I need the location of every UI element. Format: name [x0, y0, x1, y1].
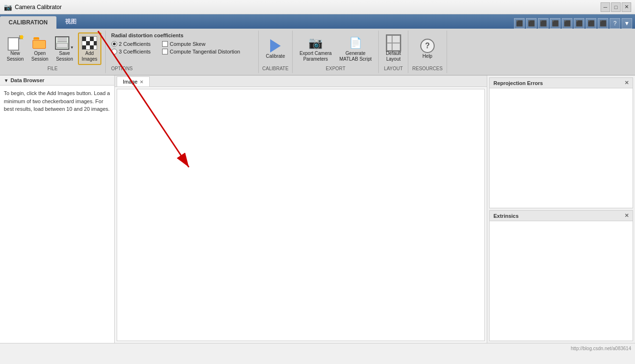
ribbon-calibrate-group: Calibrate CALIBRATE: [259, 31, 293, 73]
ribbon-resources-group: ? Help RESOURCES: [408, 31, 447, 73]
open-session-button[interactable]: OpenSession: [29, 33, 52, 64]
export-camera-button[interactable]: 📷 Export CameraParameters: [296, 33, 334, 64]
status-bar: http://blog.csdn.net/a083614: [0, 343, 635, 353]
app-icon: 📷: [4, 3, 12, 11]
close-button[interactable]: ✕: [622, 2, 631, 12]
toolbar-icon-2[interactable]: ⬛: [526, 18, 536, 29]
toolbar-icon-1[interactable]: ⬛: [514, 18, 525, 29]
toolbar-icon-7[interactable]: ⬛: [586, 18, 596, 29]
image-tab-close[interactable]: ✕: [140, 79, 143, 85]
toolbar-icon-6[interactable]: ⬛: [574, 18, 584, 29]
tab-calibration[interactable]: CALIBRATION: [0, 16, 56, 29]
reprojection-errors-close[interactable]: ✕: [624, 80, 629, 86]
toolbar-icon-8[interactable]: ⬛: [598, 18, 608, 29]
radio-3coeff[interactable]: 3 Coefficients: [111, 49, 151, 54]
minimize-button[interactable]: ─: [601, 2, 610, 12]
extrinsics-content: [490, 221, 633, 229]
main-area: ▼ Data Browser To begin, click the Add I…: [0, 75, 635, 343]
ribbon-options-group: Radial distortion coefficients 2 Coeffic…: [106, 31, 259, 73]
tab-view[interactable]: 视图: [56, 15, 85, 29]
data-browser-title: Data Browser: [11, 77, 44, 83]
reprojection-errors-content: [490, 88, 633, 96]
save-session-button[interactable]: ▼ SaveSession: [53, 33, 76, 64]
checkbox-skew[interactable]: Compute Skew: [162, 41, 240, 47]
image-tab-label: Image: [123, 79, 138, 85]
distortion-checkboxes: Compute Skew Compute Tangential Distorti…: [162, 41, 240, 54]
checkbox-tangential-label: Compute Tangential Distortion: [170, 49, 240, 54]
add-images-button[interactable]: AddImages: [78, 32, 101, 65]
extrinsics-title: Extrinsics: [493, 213, 519, 219]
data-browser-header: ▼ Data Browser: [0, 75, 114, 86]
checkbox-tangential-box: [162, 49, 168, 54]
ribbon: ★ NewSession OpenSession: [0, 29, 635, 75]
data-browser-toggle[interactable]: ▼: [4, 78, 9, 83]
extrinsics-close[interactable]: ✕: [624, 213, 629, 219]
toolbar-icon-3[interactable]: ⬛: [538, 18, 548, 29]
layout-group-label: LAYOUT: [384, 66, 403, 71]
center-panel: Image ✕: [115, 75, 487, 343]
ribbon-export-group: 📷 Export CameraParameters 📄 GenerateMATL…: [293, 31, 379, 73]
right-panel: Reprojection Errors ✕ Extrinsics ✕: [487, 75, 635, 343]
title-bar: 📷 Camera Calibrator ─ □ ✕: [0, 0, 635, 14]
radio-3coeff-circle: [111, 49, 117, 54]
reprojection-errors-title: Reprojection Errors: [493, 80, 543, 86]
ribbon-layout-group: DefaultLayout LAYOUT: [379, 31, 408, 73]
calibrate-label: Calibrate: [266, 54, 285, 59]
radio-3coeff-label: 3 Coefficients: [119, 49, 151, 54]
resources-group-label: RESOURCES: [412, 66, 442, 71]
calibrate-button[interactable]: Calibrate: [263, 36, 288, 61]
checkbox-tangential[interactable]: Compute Tangential Distortion: [162, 49, 240, 54]
reprojection-errors-panel: Reprojection Errors ✕: [489, 77, 633, 208]
image-tab[interactable]: Image ✕: [117, 76, 150, 86]
radio-2coeff[interactable]: 2 Coefficients: [111, 41, 151, 47]
tab-bar: CALIBRATION 视图 ⬛ ⬛ ⬛ ⬛ ⬛ ⬛ ⬛ ⬛ ? ▼: [0, 14, 635, 29]
options-title: Radial distortion coefficients: [111, 32, 252, 38]
toolbar-icon-4[interactable]: ⬛: [550, 18, 560, 29]
app-title: Camera Calibrator: [15, 4, 62, 11]
image-content-area: [117, 89, 485, 341]
data-browser: ▼ Data Browser To begin, click the Add I…: [0, 75, 115, 343]
generate-script-button[interactable]: 📄 GenerateMATLAB Script: [337, 33, 375, 64]
calibrate-group-label: CALIBRATE: [263, 66, 289, 71]
checkbox-skew-box: [162, 41, 168, 47]
help-button[interactable]: ? Help: [416, 36, 438, 61]
image-tab-bar: Image ✕: [115, 75, 487, 87]
extrinsics-panel: Extrinsics ✕: [489, 210, 633, 341]
toolbar-icon-10[interactable]: ▼: [622, 18, 632, 29]
radio-2coeff-label: 2 Coefficients: [119, 41, 151, 47]
data-browser-instruction: To begin, click the Add Images button. L…: [4, 89, 110, 113]
status-url: http://blog.csdn.net/a083614: [571, 346, 631, 351]
options-group-label: OPTIONS: [111, 66, 252, 71]
new-session-button[interactable]: ★ NewSession: [4, 33, 27, 64]
ribbon-file-group: ★ NewSession OpenSession: [0, 31, 106, 73]
maximize-button[interactable]: □: [611, 2, 621, 12]
radial-coeff-group: 2 Coefficients 3 Coefficients: [111, 41, 151, 54]
file-group-label: FILE: [47, 66, 57, 71]
toolbar-icon-5[interactable]: ⬛: [562, 18, 572, 29]
default-layout-button[interactable]: DefaultLayout: [383, 33, 404, 64]
radio-2coeff-circle: [111, 41, 117, 47]
checkbox-skew-label: Compute Skew: [170, 41, 206, 47]
export-group-label: EXPORT: [326, 66, 345, 71]
toolbar-icon-9[interactable]: ?: [610, 18, 620, 29]
